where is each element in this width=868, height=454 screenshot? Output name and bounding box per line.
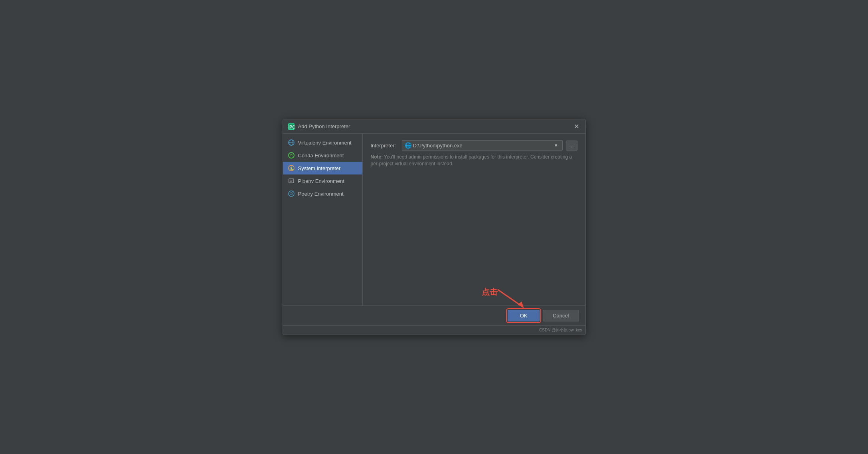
virtualenv-icon	[288, 139, 295, 146]
interpreter-input[interactable]	[413, 143, 551, 149]
annotation-arrow	[494, 285, 530, 313]
pipenv-label: Pipenv Environment	[298, 178, 344, 184]
sidebar-item-pipenv[interactable]: Pipenv Environment	[283, 174, 362, 187]
note-content: You'll need admin permissions to install…	[371, 154, 572, 167]
dialog-title: Add Python Interpreter	[298, 123, 573, 129]
svg-marker-12	[518, 301, 524, 307]
interpreter-dropdown-button[interactable]: ▼	[552, 143, 560, 148]
title-bar: PC Add Python Interpreter ✕	[283, 119, 585, 134]
cancel-button[interactable]: Cancel	[543, 310, 579, 321]
svg-rect-9	[289, 179, 294, 183]
interpreter-row: Interpreter: 🌐 ▼ ...	[371, 140, 577, 151]
interpreter-input-wrapper: 🌐 ▼	[402, 140, 563, 151]
pycharm-icon: PC	[288, 123, 295, 130]
sidebar-item-system[interactable]: 🐍 System Interpreter	[283, 162, 362, 174]
virtualenv-label: Virtualenv Environment	[298, 140, 352, 146]
browse-button[interactable]: ...	[566, 141, 577, 151]
interpreter-label: Interpreter:	[371, 143, 399, 149]
watermark: CSDN @帅小伙low_key	[283, 325, 585, 335]
note-row: Note: You'll need admin permissions to i…	[371, 154, 577, 167]
dialog-footer: 点击 OK Cancel	[283, 305, 585, 325]
sidebar-item-poetry[interactable]: Poetry Environment	[283, 187, 362, 200]
close-button[interactable]: ✕	[573, 123, 581, 131]
poetry-label: Poetry Environment	[298, 191, 344, 197]
note-label: Note:	[371, 154, 383, 160]
svg-point-6	[289, 153, 294, 158]
system-label: System Interpreter	[298, 165, 341, 171]
sidebar-item-virtualenv[interactable]: Virtualenv Environment	[283, 136, 362, 149]
svg-point-10	[289, 191, 294, 196]
conda-icon	[288, 152, 295, 159]
sidebar-item-conda[interactable]: Conda Environment	[283, 149, 362, 162]
add-interpreter-dialog: PC Add Python Interpreter ✕ Virtualenv E…	[283, 119, 586, 335]
pipenv-icon	[288, 177, 295, 184]
sidebar: Virtualenv Environment Conda Environment	[283, 134, 363, 305]
dialog-body: Virtualenv Environment Conda Environment	[283, 134, 585, 305]
svg-text:🐍: 🐍	[290, 167, 294, 170]
svg-text:PC: PC	[289, 125, 295, 129]
main-content: Interpreter: 🌐 ▼ ... Note: You'll need a…	[363, 134, 585, 305]
poetry-icon	[288, 190, 295, 197]
conda-label: Conda Environment	[298, 153, 344, 159]
system-icon: 🐍	[288, 165, 295, 172]
python-globe-icon: 🌐	[405, 142, 411, 149]
